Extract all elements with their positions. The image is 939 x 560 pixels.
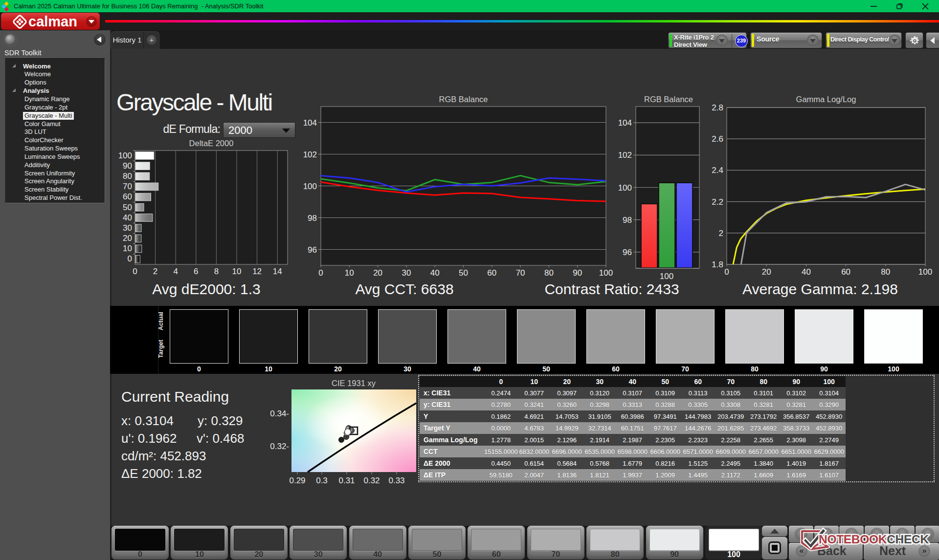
svg-text:40: 40 [430,268,440,278]
svg-text:14: 14 [273,267,282,276]
svg-text:98: 98 [623,215,632,225]
svg-text:0: 0 [318,268,323,278]
svg-text:0.29: 0.29 [289,476,305,485]
svg-text:100: 100 [118,151,132,160]
svg-text:100: 100 [618,183,632,193]
svg-text:2.8: 2.8 [712,103,723,112]
svg-text:70: 70 [516,268,525,278]
svg-text:100: 100 [918,267,932,277]
svg-text:0: 0 [724,267,729,277]
svg-text:10: 10 [345,268,354,278]
svg-text:60: 60 [487,268,496,278]
svg-text:0.31: 0.31 [338,476,355,485]
svg-text:98: 98 [308,214,317,223]
svg-text:Gamma Log/Log: Gamma Log/Log [796,95,856,104]
svg-text:0: 0 [133,267,137,276]
svg-text:104: 104 [303,118,317,128]
svg-text:102: 102 [618,151,632,160]
svg-text:90: 90 [123,161,132,171]
svg-text:RGB Balance: RGB Balance [439,95,488,104]
svg-text:40: 40 [802,267,811,277]
svg-text:0.3: 0.3 [316,476,328,485]
svg-text:80: 80 [881,267,890,277]
svg-text:2: 2 [153,267,157,276]
svg-text:10: 10 [232,267,242,276]
svg-text:50: 50 [123,203,132,212]
svg-text:100: 100 [599,268,613,278]
svg-text:2.2: 2.2 [712,197,723,207]
svg-text:20: 20 [762,267,771,277]
svg-text:100: 100 [303,182,317,191]
svg-text:0.33: 0.33 [388,476,404,485]
svg-text:2.4: 2.4 [712,166,723,175]
svg-text:0.32: 0.32 [363,476,380,485]
svg-text:96: 96 [308,245,317,255]
svg-text:RGB Balance: RGB Balance [644,95,693,104]
svg-text:80: 80 [123,172,132,181]
svg-text:30: 30 [402,268,411,278]
svg-text:70: 70 [123,182,132,191]
svg-text:80: 80 [544,268,554,278]
svg-text:102: 102 [303,150,317,159]
svg-text:40: 40 [123,213,132,222]
svg-text:100: 100 [660,272,673,281]
svg-text:4: 4 [173,267,178,276]
svg-text:0: 0 [128,254,132,263]
svg-text:0.34-: 0.34- [270,409,289,418]
svg-text:6: 6 [194,267,198,276]
svg-text:2: 2 [719,229,723,238]
svg-text:0.32-: 0.32- [270,442,289,451]
svg-text:1.8: 1.8 [712,260,723,269]
svg-text:60: 60 [841,267,850,277]
svg-text:90: 90 [573,268,582,278]
svg-text:30: 30 [123,223,132,233]
svg-text:10: 10 [123,244,132,253]
svg-text:DeltaE 2000: DeltaE 2000 [189,139,234,148]
svg-text:96: 96 [623,248,632,257]
svg-text:2.6: 2.6 [712,134,723,144]
svg-text:104: 104 [618,118,632,128]
svg-text:8: 8 [214,267,219,276]
svg-text:60: 60 [123,192,132,201]
svg-text:20: 20 [123,234,132,243]
svg-text:12: 12 [252,267,262,276]
svg-text:20: 20 [373,268,382,278]
svg-text:50: 50 [459,268,468,278]
svg-text:CIE 1931 xy: CIE 1931 xy [332,380,376,388]
